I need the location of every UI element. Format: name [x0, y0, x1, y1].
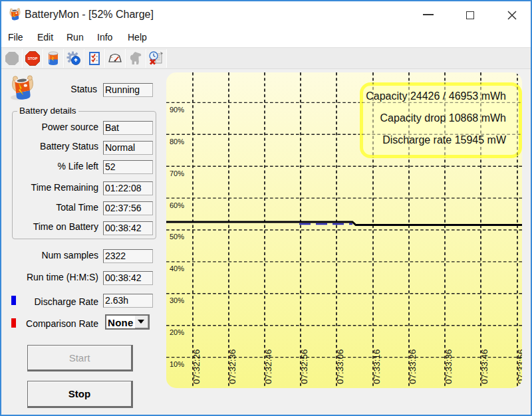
svg-text:STOP: STOP: [28, 56, 38, 60]
